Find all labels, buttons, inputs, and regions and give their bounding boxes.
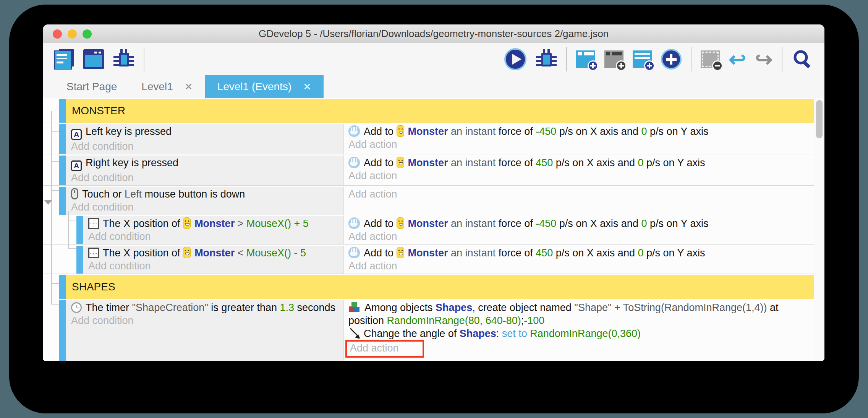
toolbar-divider — [144, 47, 144, 71]
action-instruction[interactable]: Change the angle of Shapes: set to Rando… — [348, 327, 811, 340]
text-segment: Left key is pressed — [86, 126, 172, 137]
add-action-button[interactable]: Add action — [348, 230, 811, 243]
add-action-button[interactable]: Add action — [348, 188, 811, 201]
tree-line — [51, 131, 59, 132]
toolbar-divider — [782, 47, 782, 71]
scene-window-icon[interactable] — [83, 49, 104, 69]
actions-cell: Add to Monster an instant force of 450 p… — [344, 246, 814, 274]
text-segment: p/s on X axis and — [556, 126, 641, 137]
event-handle[interactable] — [59, 275, 66, 299]
debug-preview-icon[interactable] — [536, 49, 557, 70]
text-segment: Shapes — [460, 328, 496, 339]
add-condition-button[interactable]: Add condition — [71, 314, 341, 327]
action-instruction[interactable]: Among objects Shapes, create object name… — [348, 301, 811, 327]
text-segment: -450 — [536, 218, 556, 229]
tree-line — [51, 161, 59, 162]
redo-icon[interactable]: ↪ — [755, 49, 772, 70]
event-handle[interactable] — [59, 156, 66, 185]
add-comment-icon[interactable] — [633, 50, 652, 68]
action-instruction[interactable]: Add to Monster an instant force of 450 p… — [348, 156, 811, 169]
text-segment: p/s on X axis and — [553, 247, 638, 259]
text-segment: force of — [499, 126, 536, 137]
text-segment: Monster — [194, 247, 235, 259]
window-title: GDevelop 5 - /Users/florian/Downloads/ge… — [259, 28, 609, 40]
delete-event-icon[interactable] — [701, 50, 720, 68]
add-action-button[interactable]: Add action — [348, 259, 811, 272]
text-segment: Add action — [348, 188, 397, 200]
keyboard-key-icon — [71, 160, 82, 171]
condition-instruction[interactable]: Left key is pressed — [71, 125, 341, 140]
close-window-button[interactable] — [53, 29, 62, 39]
toolbar-divider — [691, 47, 691, 71]
action-instruction[interactable]: Add to Monster an instant force of 450 p… — [348, 246, 811, 259]
event-handle[interactable] — [59, 124, 66, 154]
conditions-cell: Left key is pressed Add condition — [66, 124, 344, 154]
text-segment: set to — [502, 328, 530, 339]
condition-instruction[interactable]: The X position of Monster > MouseX() + 5 — [88, 217, 341, 230]
search-icon[interactable] — [792, 49, 813, 70]
event-row: Left key is pressed Add condition Add to… — [43, 124, 814, 154]
condition-instruction[interactable]: Touch or Left mouse button is down — [71, 188, 341, 201]
condition-instruction[interactable]: Right key is pressed — [71, 156, 341, 171]
add-action-button-highlighted[interactable]: Add action — [345, 340, 424, 358]
conditions-cell: The X position of Monster < MouseX() - 5… — [83, 246, 344, 274]
text-segment: an instant — [448, 218, 499, 229]
debugger-icon[interactable] — [113, 49, 134, 70]
close-tab-icon[interactable]: ✕ — [303, 81, 311, 93]
add-new-icon[interactable] — [661, 49, 682, 70]
scrollbar-track[interactable] — [814, 98, 824, 361]
text-segment: an instant — [448, 126, 499, 137]
add-action-button[interactable]: Add action — [348, 169, 811, 182]
tab-level1-events[interactable]: Level1 (Events) ✕ — [205, 75, 324, 98]
add-condition-button[interactable]: Add condition — [88, 230, 341, 243]
condition-instruction[interactable]: The timer "ShapeCreation" is greater tha… — [71, 301, 341, 314]
group-row-shapes[interactable]: SHAPES — [43, 275, 814, 299]
add-condition-button[interactable]: Add condition — [71, 171, 341, 184]
event-handle[interactable] — [76, 216, 83, 244]
collapse-triangle-icon[interactable] — [44, 200, 52, 205]
hand-force-icon — [348, 157, 360, 168]
event-handle[interactable] — [59, 187, 66, 215]
text-segment: Left — [125, 188, 145, 200]
group-row-monster[interactable]: MONSTER — [43, 99, 814, 123]
add-condition-button[interactable]: Add condition — [71, 140, 341, 153]
event-handle[interactable] — [59, 99, 66, 123]
text-segment: MouseX() + 5 — [246, 218, 309, 229]
add-subevent-icon[interactable] — [604, 50, 623, 68]
event-row: Right key is pressed Add condition Add t… — [43, 156, 814, 186]
play-icon[interactable] — [504, 48, 526, 70]
scrollbar-thumb[interactable] — [816, 100, 823, 138]
monster-object-icon — [397, 247, 404, 258]
action-instruction[interactable]: Add to Monster an instant force of -450 … — [348, 125, 811, 138]
text-segment: Touch or — [82, 188, 125, 200]
add-event-icon[interactable] — [576, 50, 595, 68]
minimize-window-button[interactable] — [68, 29, 77, 39]
text-segment: is greater than — [208, 302, 280, 313]
zoom-window-button[interactable] — [83, 29, 92, 39]
event-handle[interactable] — [59, 300, 66, 361]
condition-instruction[interactable]: The X position of Monster < MouseX() - 5 — [88, 246, 341, 259]
tab-level1-scene[interactable]: Level1 ✕ — [129, 75, 205, 98]
hand-force-icon — [348, 217, 360, 229]
text-segment: Add to — [364, 247, 397, 259]
minus-badge-icon — [712, 60, 723, 71]
actions-cell: Among objects Shapes, create object name… — [344, 300, 814, 361]
add-action-button[interactable]: Add action — [348, 138, 811, 151]
undo-icon[interactable]: ↩ — [729, 49, 746, 70]
add-condition-button[interactable]: Add condition — [88, 259, 341, 272]
text-segment: seconds — [294, 302, 335, 313]
hand-force-icon — [348, 125, 360, 137]
text-segment: RandomInRange(0,360) — [530, 328, 641, 339]
add-condition-button[interactable]: Add condition — [71, 201, 341, 214]
text-segment: p/s on X axis and — [556, 218, 641, 229]
close-tab-icon[interactable]: ✕ — [185, 81, 193, 93]
tree-line — [51, 111, 52, 304]
event-handle[interactable] — [76, 246, 83, 274]
text-segment: The X position of — [103, 218, 183, 229]
project-manager-icon[interactable] — [54, 49, 74, 70]
tree-gutter — [43, 300, 59, 361]
text-segment: , create object named — [472, 302, 574, 313]
tab-start-page[interactable]: Start Page — [54, 75, 129, 98]
action-instruction[interactable]: Add to Monster an instant force of -450 … — [348, 217, 811, 230]
text-segment: MouseX() - 5 — [246, 247, 306, 259]
